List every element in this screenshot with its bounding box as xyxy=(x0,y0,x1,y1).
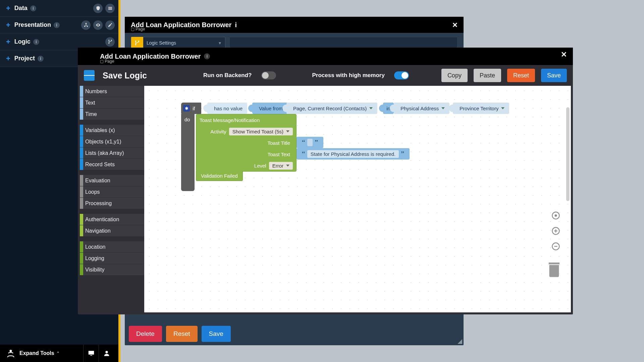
copy-button[interactable]: Copy xyxy=(441,69,468,82)
resize-handle[interactable] xyxy=(456,338,462,344)
modal-title: Add Loan Application Borrower xyxy=(100,53,201,60)
center-icon[interactable] xyxy=(550,210,561,221)
plus-icon: + xyxy=(6,38,10,46)
svg-point-0 xyxy=(85,23,87,24)
pen-icon[interactable] xyxy=(105,20,115,30)
modal-title-bar: Add Loan Application Borrower i ▢ Page ✕ xyxy=(78,48,573,65)
close-icon[interactable]: ✕ xyxy=(561,50,567,59)
modal-toolbar: Save Logic Run on Backend? Process with … xyxy=(78,65,573,86)
reset-button[interactable]: Reset xyxy=(507,69,535,82)
panel-placeholder xyxy=(229,37,458,49)
plus-icon: + xyxy=(6,4,10,13)
rail-bottom-bar: Expand Tools ⌃ xyxy=(0,345,119,362)
logic-canvas[interactable]: ✱ if has no value Value from Page, Curre… xyxy=(144,86,571,312)
cat-navigation[interactable]: Navigation xyxy=(80,225,144,237)
eye-icon[interactable] xyxy=(93,20,103,30)
cat-location[interactable]: Location xyxy=(80,241,144,253)
user-icon[interactable] xyxy=(99,345,114,362)
toolbar-title: Save Logic xyxy=(103,71,147,80)
rail-logic-label: Logic xyxy=(14,38,31,45)
cat-evaluation[interactable]: Evaluation xyxy=(80,175,144,186)
has-no-value-segment[interactable]: has no value xyxy=(207,103,247,114)
zoom-in-icon[interactable] xyxy=(550,225,561,237)
do-bar xyxy=(181,114,195,191)
cat-logging[interactable]: Logging xyxy=(80,253,144,264)
svg-point-7 xyxy=(105,351,108,353)
save-button[interactable]: Save xyxy=(541,69,567,82)
rail-presentation[interactable]: + Presentation i xyxy=(0,17,119,34)
trash-icon[interactable] xyxy=(547,260,561,280)
svg-point-10 xyxy=(138,41,140,42)
logic-editor-modal: Add Loan Application Borrower i ▢ Page ✕… xyxy=(78,48,573,314)
memory-toggle[interactable] xyxy=(394,71,409,79)
title-row: Toast Title xyxy=(196,137,296,148)
paste-button[interactable]: Paste xyxy=(474,69,501,82)
validation-failed-block[interactable]: Validation Failed xyxy=(196,171,243,181)
back-panel-header: Add Loan Application Borrower i × ▢ Page xyxy=(125,17,464,33)
svg-point-15 xyxy=(555,215,557,217)
cat-text[interactable]: Text xyxy=(80,97,144,109)
svg-point-4 xyxy=(108,43,109,44)
tree-icon[interactable] xyxy=(81,20,91,30)
level-select[interactable]: Error xyxy=(269,162,293,170)
logic-settings-label: Logic Settings xyxy=(143,40,176,46)
shield-icon[interactable] xyxy=(93,4,103,13)
field1-segment[interactable]: Physical Address xyxy=(394,103,449,114)
info-icon: i xyxy=(33,39,39,45)
rail-presentation-label: Presentation xyxy=(14,21,51,28)
backend-toggle[interactable] xyxy=(261,71,276,79)
category-column: Numbers Text Time Variables (x) Objects … xyxy=(80,86,144,312)
if-block-header[interactable]: ✱ if has no value Value from Page, Curre… xyxy=(181,103,513,114)
monitor-icon[interactable] xyxy=(83,345,99,362)
do-label: do xyxy=(184,117,190,122)
info-icon: i xyxy=(54,22,60,28)
branch-icon xyxy=(131,37,143,49)
branch-icon[interactable] xyxy=(105,37,115,47)
cat-lists[interactable]: Lists (aka Array) xyxy=(80,147,144,159)
expand-tools-label[interactable]: Expand Tools xyxy=(19,350,54,356)
toast-title-slot[interactable] xyxy=(297,137,323,148)
cat-authentication[interactable]: Authentication xyxy=(80,214,144,225)
level-row: Level Error xyxy=(196,160,296,171)
svg-point-8 xyxy=(135,41,137,42)
reset-button[interactable]: Reset xyxy=(166,326,198,342)
save-button[interactable]: Save xyxy=(202,326,231,342)
plus-icon: + xyxy=(6,54,10,63)
modal-subtitle: ▢ Page xyxy=(100,59,114,64)
cat-loops[interactable]: Loops xyxy=(80,186,144,198)
cat-processing[interactable]: Processing xyxy=(80,198,144,209)
svg-point-5 xyxy=(111,40,112,41)
brand-icon xyxy=(5,348,16,359)
stack-icon[interactable] xyxy=(105,4,115,13)
gear-icon[interactable]: ✱ xyxy=(183,105,190,112)
memory-label: Process with high memory xyxy=(312,72,385,79)
logic-settings-select[interactable]: Logic Settings ▾ xyxy=(131,37,225,49)
info-icon: i xyxy=(30,5,36,11)
back-panel-footer: Delete Reset Save xyxy=(129,326,231,342)
activity-select[interactable]: Show Timed Toast (5s) xyxy=(229,128,293,135)
rail-data[interactable]: + Data i xyxy=(0,0,119,17)
cat-objects[interactable]: Objects (x1,y1) xyxy=(80,136,144,147)
chevron-up-icon: ⌃ xyxy=(56,351,60,356)
cat-visibility[interactable]: Visibility xyxy=(80,264,144,276)
toast-block[interactable]: Toast Message/Notification Activity Show… xyxy=(196,114,297,172)
cat-numbers[interactable]: Numbers xyxy=(80,86,144,97)
toast-header-row: Toast Message/Notification xyxy=(196,114,296,126)
cat-time[interactable]: Time xyxy=(80,109,144,120)
svg-point-3 xyxy=(108,40,109,41)
field2-segment[interactable]: Province Territory xyxy=(453,103,509,114)
backend-label: Run on Backend? xyxy=(203,72,252,79)
source-segment[interactable]: Page, Current Record (Contacts) xyxy=(286,103,377,114)
plus-icon: + xyxy=(6,21,10,29)
cat-variables[interactable]: Variables (x) xyxy=(80,125,144,136)
close-icon[interactable]: × xyxy=(452,20,458,30)
cat-recordsets[interactable]: Record Sets xyxy=(80,159,144,170)
scrollbar[interactable] xyxy=(566,107,570,201)
logic-blocks[interactable]: ✱ if has no value Value from Page, Curre… xyxy=(181,103,513,114)
toast-text-slot[interactable]: State for Physical Address is required. xyxy=(297,148,410,160)
text-row: Toast Text xyxy=(196,148,296,160)
hamburger-icon[interactable] xyxy=(84,70,95,81)
svg-point-6 xyxy=(10,350,12,352)
delete-button[interactable]: Delete xyxy=(129,326,162,342)
zoom-out-icon[interactable] xyxy=(550,241,561,252)
